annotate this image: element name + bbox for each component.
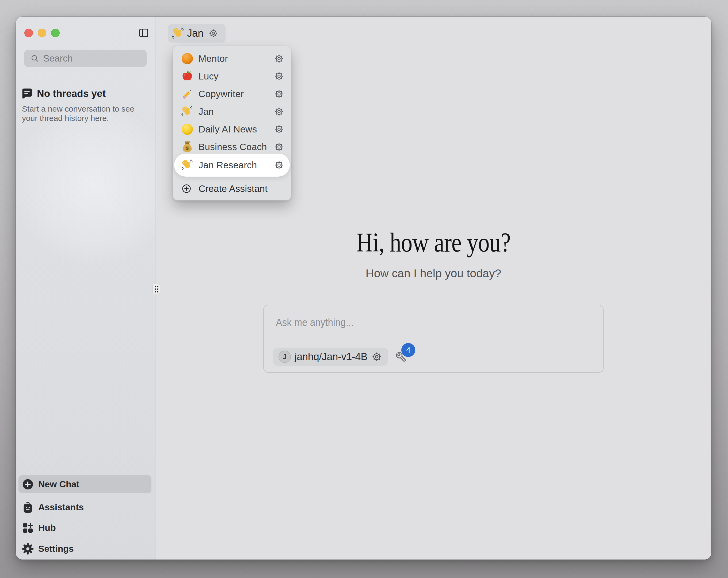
svg-text:$: $ (186, 146, 189, 151)
